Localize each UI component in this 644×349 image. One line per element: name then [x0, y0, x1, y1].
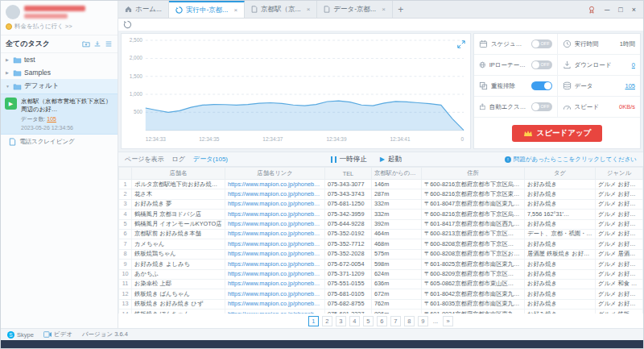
- new-tab-button[interactable]: +: [393, 1, 409, 18]
- sidebar-folder-default[interactable]: ▼ デフォルト: [1, 79, 118, 93]
- start-button[interactable]: ▶ 起動: [380, 155, 402, 164]
- chevron-right-icon[interactable]: ▶: [6, 57, 10, 62]
- sidebar-folder-test[interactable]: ▶ test: [1, 53, 118, 66]
- table-row[interactable]: 13鉄板焼き お好み焼き ひずhttps://www.mapion.co.jp/…: [119, 299, 643, 309]
- expand-chart-icon[interactable]: [457, 37, 465, 52]
- issue-report-link[interactable]: ! 問題があったらここをクリックしてください: [505, 156, 637, 164]
- address: 〒600-8213京都府京都市下京区…: [422, 229, 525, 239]
- toggle-switch[interactable]: OFF: [531, 102, 552, 111]
- page-button[interactable]: 7: [390, 316, 401, 326]
- task-card-selected[interactable]: ▶ 京都駅（京都市営地下鉄下京区）周辺のお好… データ数: 105 2023-0…: [1, 93, 118, 135]
- tab-home[interactable]: ホーム...: [118, 1, 169, 18]
- page-button[interactable]: 4: [349, 316, 360, 326]
- close-icon[interactable]: ×: [307, 6, 311, 13]
- page-button[interactable]: 5: [363, 316, 374, 326]
- address: 〒600-8208京都府京都市下京区…: [422, 239, 525, 249]
- shop-link[interactable]: https://www.mapion.co.jp/phoneboo…: [225, 180, 325, 189]
- control-bar: ページを表示 ログ データ(105) 一時停止 ▶ 起動 ! 問題があったらここ…: [118, 152, 643, 167]
- shop-link[interactable]: https://www.mapion.co.jp/phoneboo…: [225, 289, 325, 299]
- tags: お好み焼き: [525, 299, 596, 309]
- close-icon[interactable]: ×: [382, 6, 386, 13]
- shop-link[interactable]: https://www.mapion.co.jp/phoneboo…: [225, 199, 325, 209]
- column-header[interactable]: [119, 168, 132, 180]
- column-header[interactable]: 住所: [422, 168, 525, 180]
- shop-link[interactable]: https://www.mapion.co.jp/phoneboo…: [225, 269, 325, 279]
- table-row[interactable]: 10あかちふhttps://www.mapion.co.jp/phoneboo……: [119, 269, 643, 279]
- speed-up-button[interactable]: スピードアップ: [512, 125, 603, 142]
- setting-label: 重複排除: [491, 82, 515, 90]
- import-task-icon[interactable]: [93, 40, 101, 48]
- table-row[interactable]: 2花さ木https://www.mapion.co.jp/phoneboo…07…: [119, 189, 643, 199]
- table-row[interactable]: 5鶴橋風月 イオンモールKYOTO店https://www.mapion.co.…: [119, 219, 643, 229]
- stat-value[interactable]: 105: [625, 82, 635, 89]
- medal-icon[interactable]: [588, 6, 596, 14]
- skype-link[interactable]: S Skype: [7, 331, 34, 339]
- pause-button[interactable]: 一時停止: [331, 155, 367, 164]
- shop-link[interactable]: https://www.mapion.co.jp/phoneboo…: [225, 299, 325, 309]
- table-row[interactable]: 3お好み焼き 夢https://www.mapion.co.jp/phonebo…: [119, 199, 643, 209]
- tab-running-kyoto[interactable]: 実行中-京都... ×: [169, 1, 245, 18]
- tab-log[interactable]: ログ: [172, 155, 185, 164]
- avatar[interactable]: [6, 5, 20, 19]
- column-header[interactable]: ジャンル: [596, 168, 643, 180]
- toggle-switch[interactable]: OFF: [531, 39, 552, 48]
- refresh-icon[interactable]: [123, 20, 132, 29]
- add-folder-icon[interactable]: [82, 40, 90, 48]
- shop-link[interactable]: https://www.mapion.co.jp/phoneboo…: [225, 219, 325, 229]
- tab-data-kyoto[interactable]: データ-京都... ×: [317, 1, 393, 18]
- toggle-switch[interactable]: [531, 81, 552, 90]
- stat-value[interactable]: 0: [632, 61, 635, 69]
- toggle-switch[interactable]: OFF: [531, 60, 552, 69]
- chevron-right-icon[interactable]: ▶: [6, 70, 10, 75]
- page-button[interactable]: 6: [377, 316, 387, 326]
- video-tutorial-link[interactable]: ビデオ: [43, 330, 72, 339]
- column-header[interactable]: 店舗名: [132, 168, 225, 180]
- page-button[interactable]: 8: [404, 316, 415, 326]
- chevron-down-icon[interactable]: ▼: [6, 84, 10, 89]
- table-row[interactable]: 6京都駅前 お好み焼き本舗https://www.mapion.co.jp/ph…: [119, 229, 643, 239]
- close-icon[interactable]: ×: [233, 6, 237, 14]
- table-row[interactable]: 9お好み焼き よしみちhttps://www.mapion.co.jp/phon…: [119, 260, 643, 269]
- sidebar-folder-samples[interactable]: ▶ Samples: [1, 66, 118, 79]
- page-button[interactable]: 3: [336, 316, 346, 326]
- maximize-button[interactable]: □: [618, 6, 622, 14]
- table-row[interactable]: 8鉄板焼鶏ちゃんhttps://www.mapion.co.jp/phonebo…: [119, 249, 643, 259]
- table-row[interactable]: 4鶴橋風月 京都ヨドバシ店https://www.mapion.co.jp/ph…: [119, 210, 643, 219]
- distance: 464m: [372, 229, 422, 239]
- address: 〒600-8216京都府京都市下京区東塩…: [422, 189, 525, 199]
- table-row[interactable]: 7カメちゃんhttps://www.mapion.co.jp/phoneboo……: [119, 239, 643, 249]
- svg-text:12:34:35: 12:34:35: [199, 136, 219, 142]
- pay-link[interactable]: 料金を払うに行く >>: [1, 21, 118, 35]
- shop-link[interactable]: https://www.mapion.co.jp/phoneboo…: [225, 229, 325, 239]
- tab-data[interactable]: データ(105): [193, 155, 228, 164]
- tab-kyoto-station[interactable]: 京都駅（京... ×: [245, 1, 317, 18]
- column-header[interactable]: 店舗名リンク: [225, 168, 325, 180]
- page-button[interactable]: 1: [308, 316, 319, 326]
- sidebar-task-phone-scraping[interactable]: 電話スクレイピング: [1, 135, 118, 149]
- shop-link[interactable]: https://www.mapion.co.jp/phoneboo…: [225, 210, 325, 219]
- table-row[interactable]: 11お染幸松 上邸https://www.mapion.co.jp/phoneb…: [119, 279, 643, 289]
- page-button[interactable]: 9: [418, 316, 428, 326]
- collapse-all-icon[interactable]: [105, 40, 113, 48]
- table-row[interactable]: 12鉄板焼き ばんちゃんhttps://www.mapion.co.jp/pho…: [119, 289, 643, 299]
- genre: グルメ お好み焼き・もんじゃ・たこ…: [596, 269, 643, 279]
- column-header[interactable]: TEL: [325, 168, 372, 180]
- shop-link[interactable]: https://www.mapion.co.jp/phoneboo…: [225, 260, 325, 269]
- minimize-button[interactable]: ─: [605, 6, 609, 14]
- column-header[interactable]: タグ: [525, 168, 596, 180]
- user-block[interactable]: [1, 1, 118, 21]
- next-page-button[interactable]: »: [443, 316, 453, 326]
- close-button[interactable]: ×: [632, 6, 636, 14]
- data-count-value[interactable]: 105: [47, 116, 56, 122]
- shop-link[interactable]: https://www.mapion.co.jp/phoneboo…: [225, 249, 325, 259]
- shop-link[interactable]: https://www.mapion.co.jp/phoneboo…: [225, 239, 325, 249]
- shop-link[interactable]: https://www.mapion.co.jp/phoneboo…: [225, 189, 325, 199]
- tab-show-page[interactable]: ページを表示: [125, 155, 164, 164]
- svg-text:1,500: 1,500: [130, 73, 143, 79]
- table-row[interactable]: 1ポルタ京都駅地下街お好み焼き町https://www.mapion.co.jp…: [119, 180, 643, 189]
- video-icon: [43, 331, 52, 338]
- page-button[interactable]: 2: [322, 316, 332, 326]
- column-header[interactable]: 京都駅からの距離: [372, 168, 422, 180]
- shop-link[interactable]: https://www.mapion.co.jp/phoneboo…: [225, 279, 325, 289]
- distance: 762m: [372, 299, 422, 309]
